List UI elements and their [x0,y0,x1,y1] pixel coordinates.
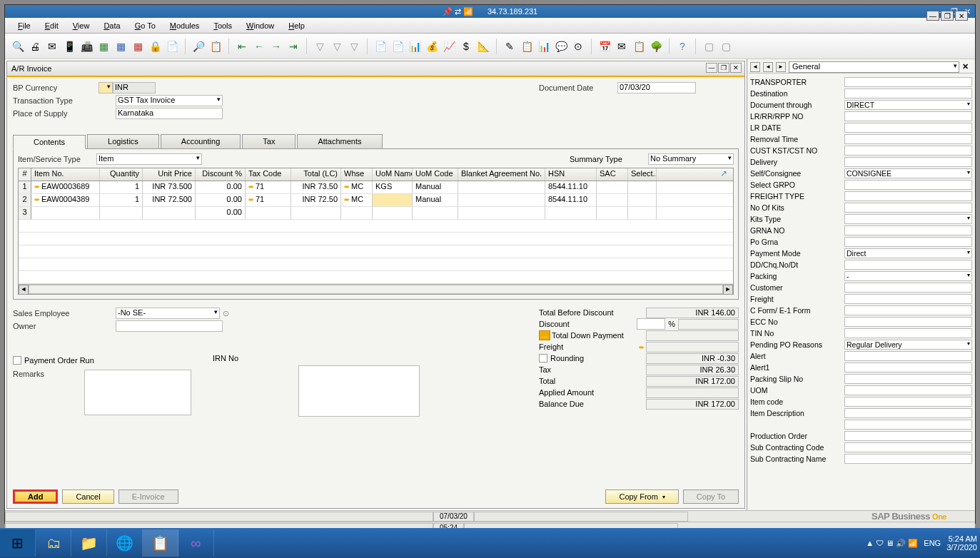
col-num[interactable]: # [19,168,31,181]
find-icon[interactable]: 🔎 [191,39,206,54]
tray-icons[interactable]: ▲ 🛡 🖥 🔊 📶 [866,539,918,548]
layout-icon[interactable]: 📐 [476,39,490,54]
side-close-icon[interactable]: ✕ [962,62,972,71]
menu-data[interactable]: Data [98,20,126,31]
col-uomn[interactable]: UoM Name [373,168,413,181]
profit-icon[interactable]: 📊 [537,39,551,54]
place-supply-field[interactable]: Karnataka [116,108,223,119]
tab-attachments[interactable]: Attachments [297,134,382,148]
doc-icon[interactable]: 📄 [165,39,179,54]
form-close-button[interactable]: ✕ [730,63,742,73]
help-icon[interactable]: ? [675,39,689,54]
udf-input[interactable] [844,362,972,372]
context1-icon[interactable]: ▢ [702,39,716,54]
udf-input[interactable] [844,420,972,430]
prev-icon[interactable]: ← [252,39,266,54]
tree-icon[interactable]: 🌳 [649,39,663,54]
col-sel[interactable]: Select... [628,168,657,181]
freight-link-icon[interactable]: ➨ [639,343,645,351]
udf-input[interactable]: - [844,271,972,281]
col-sac[interactable]: SAC [597,168,628,181]
filter1-icon[interactable]: ▽ [313,39,327,54]
taskbar-sap-icon[interactable]: 📋 [143,529,178,557]
udf-input[interactable] [844,397,972,407]
taskbar-vs-icon[interactable]: ∞ [178,529,214,557]
remarks-field[interactable] [84,370,191,415]
cancel-button[interactable]: Cancel [62,489,113,504]
table-row[interactable]: 30.00 [19,207,733,220]
udf-input[interactable]: Direct [844,248,972,258]
side-category-select[interactable]: General [789,61,959,73]
udf-input[interactable] [844,203,972,213]
udf-input[interactable] [844,351,972,361]
filter2-icon[interactable]: ▽ [330,39,344,54]
irn-field[interactable] [298,365,420,417]
udf-input[interactable] [844,294,972,304]
horizontal-scrollbar[interactable] [29,285,723,294]
doc-date-field[interactable]: 07/03/20 [617,82,696,93]
udf-input[interactable] [844,283,972,293]
form-minimize-button[interactable]: — [706,63,717,73]
app-restore-button[interactable]: ❐ [941,11,954,21]
udf-input[interactable] [844,442,972,452]
udf-input[interactable] [844,146,972,156]
menu-help[interactable]: Help [283,20,310,31]
sales-employee-browse-icon[interactable]: ⊙ [223,309,229,318]
journal-icon[interactable]: 📊 [408,39,422,54]
sales-employee-select[interactable]: -No SE- [116,308,220,319]
udf-input[interactable] [844,328,972,338]
last-icon[interactable]: ⇥ [286,39,300,54]
task-icon[interactable]: 📋 [632,39,646,54]
base-doc-icon[interactable]: 📄 [373,39,388,54]
next-icon[interactable]: → [269,39,283,54]
udf-input[interactable] [844,157,972,167]
tab-accounting[interactable]: Accounting [161,134,241,148]
owner-field[interactable] [116,320,223,332]
filter3-icon[interactable]: ▽ [347,39,361,54]
udf-input[interactable] [844,454,972,464]
summary-type-select[interactable]: No Summary [648,153,734,165]
tray-lang[interactable]: ENG [924,539,941,547]
app-minimize-button[interactable]: — [926,11,939,21]
menu-modules[interactable]: Modules [164,20,206,31]
first-icon[interactable]: ⇤ [235,39,249,54]
udf-input[interactable] [844,214,972,224]
fax-icon[interactable]: 📠 [79,39,94,54]
udf-input[interactable]: Regular Delivery [844,340,972,350]
udf-input[interactable] [844,408,972,418]
col-whse[interactable]: Whse [341,168,373,181]
udf-input[interactable] [844,260,972,270]
taskbar-explorer2-icon[interactable]: 📁 [71,529,107,557]
scroll-left-icon[interactable]: ◄ [19,285,29,295]
rounding-checkbox[interactable] [539,354,547,362]
udf-input[interactable] [844,317,972,327]
form-restore-button[interactable]: ❐ [718,63,729,73]
col-total[interactable]: Total (LC) [291,168,341,181]
payment-order-checkbox[interactable] [13,356,21,365]
bp-currency-toggle[interactable] [98,82,113,93]
payment-icon[interactable]: 💰 [425,39,439,54]
col-blanket[interactable]: Blanket Agreement No. [458,168,545,181]
table-row[interactable]: 2➨EAW00043891INR 72.5000.00➨71INR 72.50➨… [19,194,733,207]
tab-contents[interactable]: Contents [13,135,86,149]
udf-input[interactable]: CONSIGNEE [844,168,972,178]
print-icon[interactable]: 🖨 [28,39,42,54]
taskbar-explorer1-icon[interactable]: 🗂 [36,529,71,557]
udf-input[interactable] [844,237,972,247]
col-price[interactable]: Unit Price [143,168,196,181]
udf-input[interactable] [844,305,972,315]
context2-icon[interactable]: ▢ [719,39,733,54]
einvoice-button[interactable]: E-Invoice [118,489,178,504]
tab-tax[interactable]: Tax [242,134,295,148]
tab-logistics[interactable]: Logistics [87,134,159,148]
udf-input[interactable] [844,431,972,441]
pdf-icon[interactable]: ▦ [131,39,145,54]
menu-edit[interactable]: Edit [39,20,64,31]
preview-icon[interactable]: 🔍 [11,39,25,54]
taskbar-chrome-icon[interactable]: 🌐 [107,529,143,557]
udf-input[interactable] [844,77,972,87]
udf-input[interactable] [844,134,972,144]
side-next-icon[interactable]: ► [776,62,786,72]
new-item-icon[interactable]: 📋 [520,39,534,54]
udf-input[interactable] [844,88,972,98]
